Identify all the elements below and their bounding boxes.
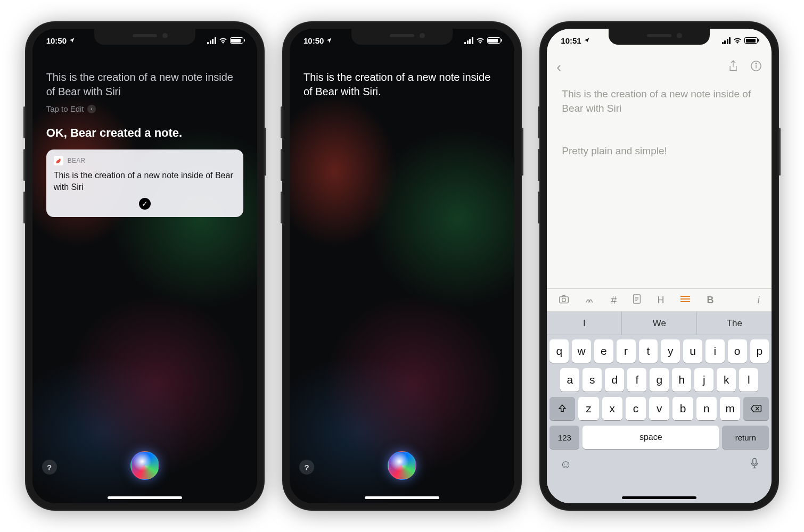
dictation-button[interactable] <box>750 458 759 472</box>
home-indicator[interactable] <box>365 496 439 499</box>
suggestion-2[interactable]: We <box>621 312 696 335</box>
ios-keyboard: I We The q w e r t y u i o p a <box>547 312 772 503</box>
back-button[interactable]: ‹ <box>556 59 561 76</box>
bear-app-icon <box>54 156 63 165</box>
key-b[interactable]: b <box>672 397 693 420</box>
screen-bear-editor: 10:51 ‹ <box>547 29 772 503</box>
wifi-icon <box>219 37 227 44</box>
cellular-icon <box>722 37 731 44</box>
key-q[interactable]: q <box>549 339 569 363</box>
key-c[interactable]: c <box>626 397 646 420</box>
key-p[interactable]: p <box>750 339 769 363</box>
cellular-icon <box>207 37 216 44</box>
home-indicator[interactable] <box>622 496 696 499</box>
keyboard-suggestions: I We The <box>547 312 772 335</box>
key-r[interactable]: r <box>617 339 636 363</box>
emoji-button[interactable]: ☺ <box>560 458 571 472</box>
key-row-2: a s d f g h j k l <box>549 368 769 392</box>
location-icon <box>326 37 332 44</box>
key-h[interactable]: h <box>672 368 691 392</box>
key-k[interactable]: k <box>717 368 736 392</box>
key-v[interactable]: v <box>649 397 669 420</box>
note-tool[interactable] <box>633 294 641 307</box>
keyboard-footer: ☺ <box>547 454 772 472</box>
location-icon <box>584 37 590 44</box>
list-tool[interactable] <box>680 295 691 306</box>
notch <box>94 29 195 45</box>
siri-help-button[interactable]: ? <box>299 460 314 475</box>
screen-siri-result: 10:50 This is the creation of a new note… <box>32 29 257 503</box>
siri-help-button[interactable]: ? <box>42 460 57 475</box>
iphone-frame-1: 10:50 This is the creation of a new note… <box>25 21 265 511</box>
key-n[interactable]: n <box>696 397 717 420</box>
key-row-1: q w e r t y u i o p <box>549 339 769 363</box>
key-shift[interactable] <box>549 397 575 420</box>
key-row-3: z x c v b n m <box>549 397 769 420</box>
siri-content: This is the creation of a new note insid… <box>290 29 514 503</box>
key-j[interactable]: j <box>694 368 713 392</box>
key-u[interactable]: u <box>683 339 702 363</box>
key-d[interactable]: d <box>605 368 624 392</box>
home-indicator[interactable] <box>108 496 182 499</box>
status-time: 10:51 <box>561 36 581 45</box>
status-time: 10:50 <box>46 36 67 45</box>
key-z[interactable]: z <box>578 397 598 420</box>
iphone-frame-2: 10:50 This is the creation of a new note… <box>282 21 522 511</box>
battery-icon <box>230 37 243 44</box>
siri-orb-icon[interactable] <box>388 451 416 480</box>
card-app-name: BEAR <box>68 157 86 164</box>
siri-transcript[interactable]: This is the creation of a new note insid… <box>46 70 243 99</box>
key-i[interactable]: i <box>705 339 725 363</box>
key-t[interactable]: t <box>639 339 658 363</box>
sketch-tool[interactable] <box>585 294 595 306</box>
format-toolbar: # H B i <box>547 288 772 312</box>
hashtag-tool[interactable]: # <box>611 294 617 306</box>
tap-to-edit-label: Tap to Edit <box>46 104 84 113</box>
camera-tool[interactable] <box>559 294 569 306</box>
wifi-icon <box>476 37 485 44</box>
key-space[interactable]: space <box>583 426 719 449</box>
note-body[interactable]: Pretty plain and simple! <box>562 145 757 157</box>
key-m[interactable]: m <box>720 397 740 420</box>
siri-orb-icon[interactable] <box>130 451 159 480</box>
svg-point-2 <box>756 63 757 64</box>
check-icon: ✓ <box>139 198 151 210</box>
key-o[interactable]: o <box>728 339 747 363</box>
key-w[interactable]: w <box>572 339 591 363</box>
key-s[interactable]: s <box>583 368 602 392</box>
key-e[interactable]: e <box>594 339 613 363</box>
suggestion-3[interactable]: The <box>696 312 772 335</box>
info-button[interactable] <box>750 60 762 74</box>
key-backspace[interactable] <box>743 397 769 420</box>
key-l[interactable]: l <box>739 368 758 392</box>
siri-transcript[interactable]: This is the creation of a new note insid… <box>303 70 501 99</box>
key-return[interactable]: return <box>722 426 769 449</box>
key-y[interactable]: y <box>661 339 680 363</box>
battery-icon <box>487 37 501 44</box>
card-confirm-check: ✓ <box>54 198 236 210</box>
bold-tool[interactable]: B <box>707 295 713 306</box>
wifi-icon <box>733 37 742 44</box>
svg-rect-3 <box>560 296 569 303</box>
suggestion-1[interactable]: I <box>547 312 621 335</box>
bear-note-card[interactable]: BEAR This is the creation of a new note … <box>46 149 243 217</box>
card-note-text: This is the creation of a new note insid… <box>54 170 236 193</box>
screen-siri-listening: 10:50 This is the creation of a new note… <box>290 29 514 503</box>
cellular-icon <box>464 37 473 44</box>
svg-point-4 <box>562 298 566 302</box>
tap-to-edit-button[interactable]: Tap to Edit › <box>46 104 243 113</box>
key-g[interactable]: g <box>650 368 669 392</box>
chevron-right-icon: › <box>87 105 96 113</box>
key-x[interactable]: x <box>602 397 622 420</box>
notch <box>609 29 710 45</box>
italic-tool[interactable]: i <box>757 295 760 306</box>
iphone-frame-3: 10:51 ‹ <box>539 21 779 511</box>
svg-rect-12 <box>753 459 756 464</box>
siri-content: This is the creation of a new note insid… <box>32 29 257 503</box>
share-button[interactable] <box>728 60 739 74</box>
heading-tool[interactable]: H <box>657 295 664 306</box>
key-f[interactable]: f <box>627 368 646 392</box>
key-numbers[interactable]: 123 <box>549 426 579 449</box>
key-a[interactable]: a <box>560 368 579 392</box>
note-title[interactable]: This is the creation of a new note insid… <box>562 87 757 115</box>
